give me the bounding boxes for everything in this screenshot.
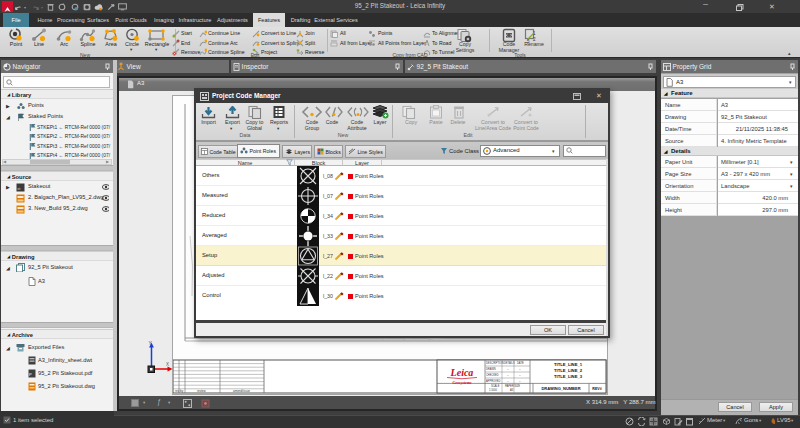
svg-text:DETAILS: DETAILS	[504, 361, 515, 365]
svg-text:A3: A3	[510, 388, 514, 392]
svg-text:DRAWING_NUMBER: DRAWING_NUMBER	[541, 386, 580, 391]
svg-text:TITLE_LINE_3: TITLE_LINE_3	[554, 374, 583, 379]
svg-text:DRAWN: DRAWN	[486, 367, 496, 371]
svg-text:review: review	[197, 389, 207, 393]
svg-text:1:1000: 1:1000	[489, 388, 497, 392]
svg-text:REV#: REV#	[592, 387, 601, 391]
svg-text:TITLE_LINE_1: TITLE_LINE_1	[554, 362, 583, 367]
svg-text:rev: rev	[175, 389, 180, 393]
svg-text:Leica: Leica	[450, 367, 474, 378]
svg-text:APPROVED: APPROVED	[486, 379, 501, 383]
svg-text:1: 1	[533, 31, 536, 36]
svg-text:--: --	[519, 374, 521, 377]
svg-text:--: --	[507, 374, 509, 377]
svg-text:DATE: DATE	[517, 361, 524, 365]
svg-text:Geosystems: Geosystems	[452, 380, 472, 385]
svg-text:by: by	[180, 389, 184, 393]
svg-text:--: --	[507, 368, 509, 371]
svg-text:TITLE_LINE_2: TITLE_LINE_2	[554, 368, 583, 373]
svg-text:SCALE: SCALE	[491, 384, 500, 388]
svg-text:PAPER SIZE: PAPER SIZE	[505, 384, 520, 388]
svg-text:amend/issue: amend/issue	[233, 389, 250, 393]
svg-text:--: --	[507, 380, 509, 383]
svg-text:--: --	[519, 368, 521, 371]
svg-text:DESCRIPTION: DESCRIPTION	[486, 361, 504, 365]
svg-text:P: P	[29, 372, 32, 377]
svg-text:CHECKED: CHECKED	[486, 373, 499, 377]
svg-text:X: X	[166, 362, 169, 367]
svg-text:--: --	[519, 380, 521, 383]
